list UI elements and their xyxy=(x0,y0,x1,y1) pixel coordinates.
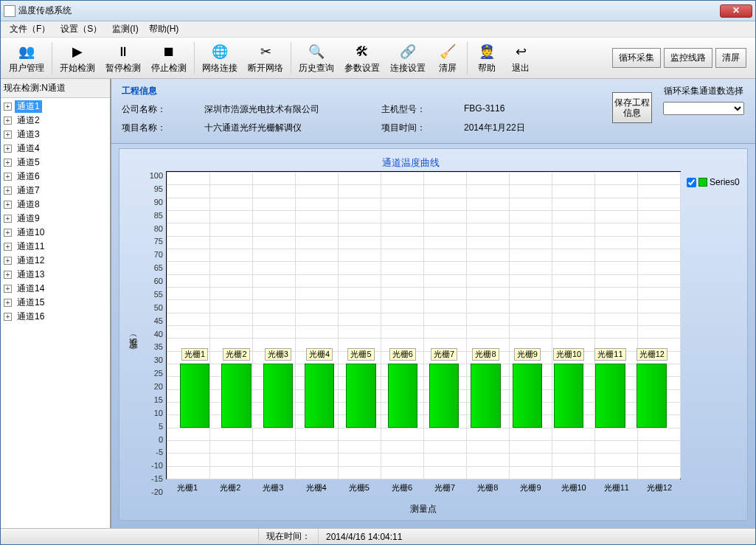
channel-select-label: 循环采集通道数选择 xyxy=(659,85,748,97)
expand-icon[interactable]: + xyxy=(4,243,12,251)
expand-icon[interactable]: + xyxy=(4,145,12,153)
bar-label: 光栅5 xyxy=(347,348,374,361)
menu-item[interactable]: 监测(I) xyxy=(108,21,142,37)
x-axis: 光栅1光栅2光栅3光栅4光栅5光栅6光栅7光栅8光栅9光栅10光栅11光栅12 xyxy=(166,482,681,501)
tree-node[interactable]: +通道10 xyxy=(2,226,108,240)
toolbar-用户管理[interactable]: 👥用户管理 xyxy=(4,39,49,77)
tree-node[interactable]: +通道8 xyxy=(2,198,108,212)
toolbar-icon: ✂ xyxy=(255,41,276,62)
series-label: Series0 xyxy=(710,177,740,187)
tree-node[interactable]: +通道4 xyxy=(2,142,108,156)
sidebar: 现在检测:N通道 +通道1+通道2+通道3+通道4+通道5+通道6+通道7+通道… xyxy=(1,79,111,528)
expand-icon[interactable]: + xyxy=(4,313,12,321)
x-axis-label: 测量点 xyxy=(166,501,681,517)
toolbar-icon: 🔍 xyxy=(306,41,327,62)
bar xyxy=(471,364,501,428)
toolbar-历史查询[interactable]: 🔍历史查询 xyxy=(294,39,339,77)
tree-node[interactable]: +通道14 xyxy=(2,282,108,296)
statusbar: 现在时间： 2014/4/16 14:04:11 xyxy=(1,528,755,544)
tree-node[interactable]: +通道1 xyxy=(2,100,108,114)
bar xyxy=(554,364,584,428)
series-swatch-icon xyxy=(698,178,707,187)
y-axis-label: 温度（℃） xyxy=(127,155,141,517)
tree-node[interactable]: +通道2 xyxy=(2,114,108,128)
model-label: 主机型号： xyxy=(381,103,434,116)
expand-icon[interactable]: + xyxy=(4,201,12,209)
menu-item[interactable]: 设置（S） xyxy=(56,21,106,37)
channel-count-select[interactable] xyxy=(663,102,744,115)
close-button[interactable]: ✕ xyxy=(720,4,752,18)
tree-node[interactable]: +通道11 xyxy=(2,240,108,254)
status-time-label: 现在时间： xyxy=(259,529,319,544)
toolbar-断开网络[interactable]: ✂断开网络 xyxy=(243,39,288,77)
bar xyxy=(221,364,252,428)
menu-item[interactable]: 文件（F） xyxy=(5,21,55,37)
toolbar-开始检测[interactable]: ▶开始检测 xyxy=(55,39,100,77)
toolbar-icon: 🔗 xyxy=(398,41,418,62)
toolbar-网络连接[interactable]: 🌐网络连接 xyxy=(197,39,243,77)
expand-icon[interactable]: + xyxy=(4,257,12,265)
toolbar-icon: ⏸ xyxy=(113,41,133,62)
company-label: 公司名称： xyxy=(122,103,175,116)
toolbar-icon: 👮 xyxy=(476,41,497,62)
expand-icon[interactable]: + xyxy=(4,131,12,139)
bar xyxy=(637,364,667,428)
bar-label: 光栅9 xyxy=(514,348,541,361)
status-time: 2014/4/16 14:04:11 xyxy=(319,529,755,544)
bar-label: 光栅7 xyxy=(431,348,457,361)
channel-select-panel: 循环采集通道数选择 xyxy=(659,85,748,115)
toolbar-icon: 👥 xyxy=(16,41,37,62)
expand-icon[interactable]: + xyxy=(4,271,12,279)
bar xyxy=(180,364,210,428)
tree-node[interactable]: +通道7 xyxy=(2,184,108,198)
tree-node[interactable]: +通道12 xyxy=(2,254,108,268)
channel-tree[interactable]: +通道1+通道2+通道3+通道4+通道5+通道6+通道7+通道8+通道9+通道1… xyxy=(1,98,110,528)
toolbar-icon: ▶ xyxy=(67,41,88,62)
tree-node[interactable]: +通道6 xyxy=(2,170,108,184)
bar xyxy=(346,364,376,428)
project-info-panel: 工程信息 公司名称： 深圳市浩源光电技术有限公司 主机型号： FBG-3116 … xyxy=(111,79,755,144)
toolbar-icon: 🧹 xyxy=(437,41,458,62)
time-label: 项目时间： xyxy=(381,122,434,134)
bar-label: 光栅4 xyxy=(306,348,333,361)
toolbar-停止检测[interactable]: ⏹停止检测 xyxy=(146,39,192,77)
toolbar-参数设置[interactable]: 🛠参数设置 xyxy=(339,39,385,77)
sidebar-title: 现在检测:N通道 xyxy=(1,79,110,98)
right-button[interactable]: 循环采集 xyxy=(612,48,661,68)
bar xyxy=(388,364,418,428)
right-button[interactable]: 监控线路 xyxy=(664,48,712,68)
expand-icon[interactable]: + xyxy=(4,159,12,167)
expand-icon[interactable]: + xyxy=(4,299,12,307)
model-value: FBG-3116 xyxy=(464,103,611,116)
tree-node[interactable]: +通道9 xyxy=(2,212,108,226)
toolbar-清屏[interactable]: 🧹清屏 xyxy=(431,39,465,77)
menubar: 文件（F）设置（S）监测(I)帮助(H) xyxy=(1,21,755,38)
toolbar-暂停检测[interactable]: ⏸暂停检测 xyxy=(100,39,146,77)
expand-icon[interactable]: + xyxy=(4,187,12,195)
tree-node[interactable]: +通道16 xyxy=(2,310,108,324)
tree-node[interactable]: +通道5 xyxy=(2,156,108,170)
menu-item[interactable]: 帮助(H) xyxy=(145,21,184,37)
toolbar-连接设置[interactable]: 🔗连接设置 xyxy=(385,39,431,77)
tree-node[interactable]: +通道13 xyxy=(2,268,108,282)
tree-node[interactable]: +通道15 xyxy=(2,296,108,310)
expand-icon[interactable]: + xyxy=(4,117,12,125)
bar-label: 光栅11 xyxy=(594,348,625,361)
right-button[interactable]: 清屏 xyxy=(715,48,746,68)
expand-icon[interactable]: + xyxy=(4,215,12,223)
bar xyxy=(305,364,335,428)
expand-icon[interactable]: + xyxy=(4,103,12,111)
project-value: 十六通道光纤光栅解调仪 xyxy=(204,122,352,134)
toolbar-帮助[interactable]: 👮帮助 xyxy=(470,39,504,77)
expand-icon[interactable]: + xyxy=(4,229,12,237)
legend-item[interactable]: Series0 xyxy=(687,177,740,187)
bar-label: 光栅2 xyxy=(223,348,249,361)
bar-label: 光栅3 xyxy=(265,348,291,361)
tree-node[interactable]: +通道3 xyxy=(2,128,108,142)
expand-icon[interactable]: + xyxy=(4,173,12,181)
series-checkbox[interactable] xyxy=(687,178,696,187)
save-project-button[interactable]: 保存工程信息 xyxy=(612,92,652,123)
bar xyxy=(263,364,294,428)
expand-icon[interactable]: + xyxy=(4,285,12,293)
toolbar-退出[interactable]: ↩退出 xyxy=(504,39,538,77)
